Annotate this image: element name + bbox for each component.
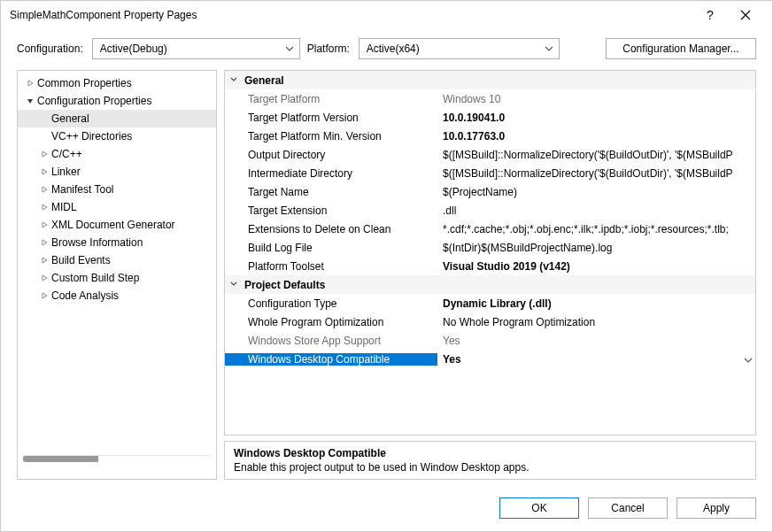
tree-node[interactable]: Linker — [18, 163, 216, 181]
property-name: Whole Program Optimization — [225, 316, 437, 328]
property-row[interactable]: Target Platform Min. Version10.0.17763.0 — [225, 127, 755, 145]
close-button[interactable] — [728, 10, 763, 20]
property-value[interactable]: Windows 10 — [437, 93, 741, 105]
expand-closed-icon[interactable] — [23, 77, 37, 89]
property-row[interactable]: Platform ToolsetVisual Studio 2019 (v142… — [225, 257, 755, 275]
help-text: Enable this project output to be used in… — [234, 461, 746, 474]
tree-node[interactable]: Common Properties — [18, 74, 216, 92]
property-row[interactable]: Extensions to Delete on Clean*.cdf;*.cac… — [225, 220, 755, 238]
cancel-button[interactable]: Cancel — [588, 497, 668, 519]
tree-node-label: VC++ Directories — [51, 130, 132, 143]
property-value[interactable]: $(IntDir)$(MSBuildProjectName).log — [437, 242, 741, 254]
property-row[interactable]: Target PlatformWindows 10 — [225, 89, 755, 108]
property-value[interactable]: $(ProjectName) — [437, 186, 741, 198]
property-row[interactable]: Windows Desktop CompatibleYes — [225, 350, 755, 368]
property-value[interactable]: *.cdf;*.cache;*.obj;*.obj.enc;*.ilk;*.ip… — [437, 223, 741, 235]
tree-node-label: Manifest Tool — [51, 183, 113, 196]
expand-open-icon[interactable] — [23, 95, 37, 107]
property-value[interactable]: Yes — [437, 335, 741, 347]
expand-closed-icon[interactable] — [37, 201, 51, 213]
apply-button[interactable]: Apply — [676, 497, 756, 519]
expand-closed-icon[interactable] — [37, 219, 51, 231]
expand-closed-icon[interactable] — [37, 236, 51, 249]
tree-node-label: MIDL — [51, 201, 77, 213]
property-grid-rows: GeneralTarget PlatformWindows 10Target P… — [225, 71, 755, 435]
config-platform-bar: Configuration: Active(Debug) Platform: A… — [1, 29, 772, 70]
ok-button[interactable]: OK — [499, 497, 579, 519]
tree-node[interactable]: XML Document Generator — [18, 216, 216, 234]
property-row[interactable]: Configuration TypeDynamic Library (.dll) — [225, 294, 755, 312]
property-category-header[interactable]: General — [225, 71, 755, 89]
tree-node-label: Common Properties — [37, 77, 132, 89]
tree-node-label: Code Analysis — [51, 289, 119, 302]
platform-value: Active(x64) — [367, 42, 539, 55]
property-row[interactable]: Target Platform Version10.0.19041.0 — [225, 108, 755, 127]
expand-closed-icon[interactable] — [37, 183, 51, 196]
configuration-dropdown[interactable]: Active(Debug) — [92, 38, 300, 59]
tree-node[interactable]: General — [18, 110, 216, 127]
configuration-manager-button[interactable]: Configuration Manager... — [606, 38, 756, 59]
chevron-down-icon — [285, 46, 294, 51]
tree-node-label: C/C++ — [51, 148, 82, 160]
configuration-label: Configuration: — [17, 42, 83, 55]
help-button[interactable]: ? — [692, 8, 728, 22]
expand-open-icon[interactable] — [230, 74, 244, 87]
dialog-body: Common PropertiesConfiguration Propertie… — [1, 70, 772, 489]
configuration-manager-label: Configuration Manager... — [622, 42, 738, 55]
expand-closed-icon[interactable] — [37, 272, 51, 284]
property-row[interactable]: Output Directory$([MSBuild]::NormalizeDi… — [225, 145, 755, 164]
platform-dropdown[interactable]: Active(x64) — [359, 38, 560, 59]
property-name: Windows Store App Support — [225, 335, 437, 347]
expand-closed-icon[interactable] — [37, 254, 51, 266]
property-name: Configuration Type — [225, 297, 437, 310]
apply-label: Apply — [703, 502, 730, 514]
expand-closed-icon[interactable] — [37, 289, 51, 302]
category-label: General — [244, 74, 284, 87]
chevron-down-icon[interactable] — [741, 353, 755, 366]
expand-closed-icon[interactable] — [37, 148, 51, 160]
tree-node[interactable]: Custom Build Step — [18, 269, 216, 287]
property-row[interactable]: Intermediate Directory$([MSBuild]::Norma… — [225, 164, 755, 182]
property-value[interactable]: Dynamic Library (.dll) — [437, 297, 741, 310]
property-value[interactable]: $([MSBuild]::NormalizeDirectory('$(Build… — [437, 149, 741, 161]
tree-node-label: Build Events — [51, 254, 111, 266]
property-value[interactable]: Visual Studio 2019 (v142) — [437, 260, 741, 273]
property-value[interactable]: .dll — [437, 204, 741, 217]
chevron-down-icon — [545, 46, 553, 51]
property-name: Windows Desktop Compatible — [225, 353, 437, 366]
property-row[interactable]: Windows Store App SupportYes — [225, 331, 755, 350]
tree-node[interactable]: Code Analysis — [18, 287, 216, 305]
property-row[interactable]: Whole Program OptimizationNo Whole Progr… — [225, 312, 755, 331]
property-name: Target Platform Min. Version — [225, 130, 437, 143]
tree-node[interactable]: Manifest Tool — [18, 181, 216, 198]
expand-open-icon[interactable] — [230, 279, 244, 291]
property-value[interactable]: No Whole Program Optimization — [437, 316, 741, 328]
property-row[interactable]: Build Log File$(IntDir)$(MSBuildProjectN… — [225, 238, 755, 257]
configuration-value: Active(Debug) — [100, 42, 280, 55]
category-label: Project Defaults — [244, 279, 325, 291]
tree-node[interactable]: Browse Information — [18, 234, 216, 251]
tree-node-label: XML Document Generator — [51, 219, 175, 231]
property-value[interactable]: 10.0.17763.0 — [437, 130, 741, 143]
horizontal-scrollbar[interactable] — [23, 455, 211, 462]
property-row[interactable]: Target Extension.dll — [225, 201, 755, 220]
window-title: SimpleMathComponent Property Pages — [10, 9, 692, 21]
property-name: Target Platform Version — [225, 112, 437, 124]
property-value[interactable]: $([MSBuild]::NormalizeDirectory('$(Build… — [437, 167, 741, 180]
help-title: Windows Desktop Compatible — [234, 447, 746, 459]
property-value[interactable]: 10.0.19041.0 — [437, 112, 741, 124]
property-name: Target Platform — [225, 93, 437, 105]
tree-node[interactable]: C/C++ — [18, 145, 216, 163]
dialog-footer: OK Cancel Apply — [1, 489, 772, 531]
tree-node[interactable]: MIDL — [18, 198, 216, 216]
cancel-label: Cancel — [611, 502, 644, 514]
category-tree[interactable]: Common PropertiesConfiguration Propertie… — [17, 70, 217, 480]
property-value[interactable]: Yes — [437, 353, 741, 366]
property-row[interactable]: Target Name$(ProjectName) — [225, 182, 755, 201]
property-category-header[interactable]: Project Defaults — [225, 275, 755, 294]
tree-node[interactable]: Configuration Properties — [18, 92, 216, 110]
tree-node[interactable]: VC++ Directories — [18, 127, 216, 145]
expand-closed-icon[interactable] — [37, 166, 51, 178]
tree-node-label: Linker — [51, 166, 81, 178]
tree-node[interactable]: Build Events — [18, 251, 216, 269]
